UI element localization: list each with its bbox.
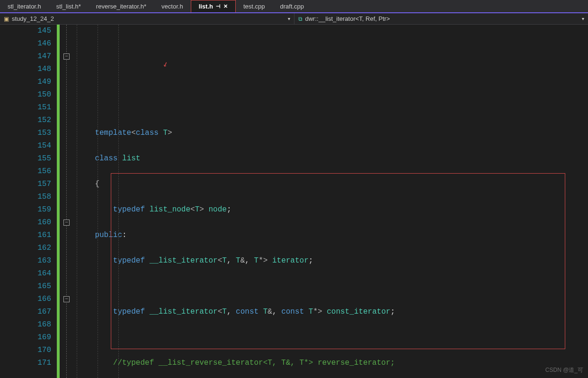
nav-bar: ▣ study_12_24_2 ▾ ⧉ dwr::__list_iterator…: [0, 13, 588, 25]
fold-toggle[interactable]: −: [63, 220, 70, 226]
fold-toggle[interactable]: −: [63, 53, 70, 60]
fold-column: − − −: [61, 25, 75, 378]
change-indicator: [57, 25, 61, 378]
code-editor[interactable]: 145146147148149 150151152153154 15515615…: [0, 25, 588, 378]
line-number-gutter: 145146147148149 150151152153154 15515615…: [0, 25, 57, 378]
tab-stl-list[interactable]: stl_list.h*: [49, 0, 89, 12]
code-line: template<class T>: [77, 127, 588, 140]
tab-list-active[interactable]: list.h ⊣ ✕: [191, 0, 236, 12]
tab-reverse-iterator[interactable]: reverse_iterator.h*: [89, 0, 154, 12]
code-line: typedef __list_iterator<T, const T&, con…: [77, 306, 588, 318]
code-line: class list: [77, 152, 588, 165]
code-line: typedef __list_iterator<T, T&, T*> itera…: [77, 255, 588, 267]
tab-test[interactable]: test.cpp: [236, 0, 273, 12]
code-line: {: [77, 178, 588, 191]
code-line: [77, 331, 588, 344]
pin-icon[interactable]: ⊣: [216, 3, 221, 9]
chevron-down-icon[interactable]: ▾: [288, 16, 290, 21]
code-line: public:: [77, 229, 588, 242]
tab-stl-iterator[interactable]: stl_iterator.h: [0, 0, 49, 12]
code-line: [77, 101, 588, 114]
watermark: CSDN @道_可: [545, 366, 583, 374]
code-line: [77, 280, 588, 293]
tab-draft[interactable]: draft.cpp: [273, 0, 312, 12]
code-line: //typedef __list_reverse_iterator<T, T&,…: [77, 357, 588, 369]
arrow-annotation: ↙: [161, 57, 170, 71]
code-area[interactable]: ↙ template<class T> class list { typedef…: [75, 25, 588, 378]
nav-scope-right[interactable]: ⧉ dwr::__list_iterator<T, Ref, Ptr> ▾: [294, 13, 588, 24]
close-icon[interactable]: ✕: [223, 3, 228, 9]
fold-toggle[interactable]: −: [63, 296, 70, 302]
nav-scope-left[interactable]: ▣ study_12_24_2 ▾: [0, 13, 294, 24]
code-line: typedef list_node<T> node;: [77, 203, 588, 216]
tab-vector[interactable]: vector.h: [154, 0, 191, 12]
project-icon: ▣: [4, 16, 9, 22]
struct-icon: ⧉: [298, 16, 303, 22]
chevron-down-icon[interactable]: ▾: [582, 16, 584, 21]
tab-bar: stl_iterator.h stl_list.h* reverse_itera…: [0, 0, 588, 13]
